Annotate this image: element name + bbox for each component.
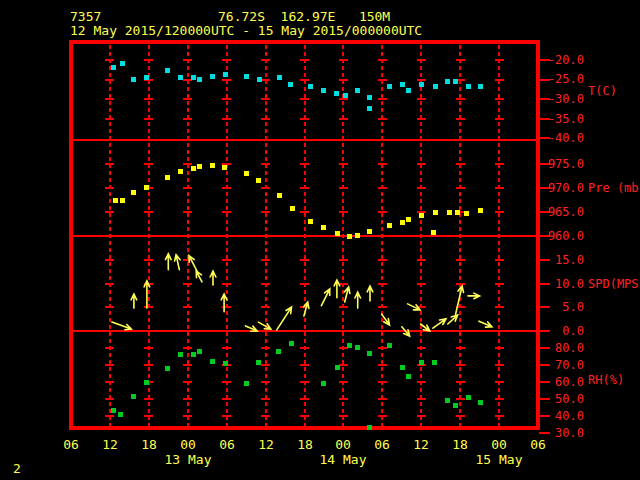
y-tick-label: 975.0 [539, 158, 584, 170]
y-tick-label: 50.0 [539, 393, 584, 405]
station-location: 76.72S 162.97E 150M [218, 10, 390, 23]
wind-arrows [112, 254, 492, 336]
y-tick-label: 70.0 [539, 359, 584, 371]
panel-label: RH(%) [588, 374, 624, 386]
y-tick-label: 0.0 [539, 325, 584, 337]
x-tick-label: 12 [244, 438, 288, 451]
x-tick-label: 00 [477, 438, 521, 451]
y-tick-label: 10.0 [539, 278, 584, 290]
station-id: 7357 [70, 10, 101, 23]
x-tick-label: 12 [399, 438, 443, 451]
pressure-series [113, 163, 484, 238]
grid-crossbars [105, 60, 550, 433]
y-tick-label: 80.0 [539, 342, 584, 354]
y-tick-label: 965.0 [539, 206, 584, 218]
x-tick-label: 12 [88, 438, 132, 451]
y-tick-label: 970.0 [539, 182, 584, 194]
date-label: 13 May [158, 453, 218, 466]
meteogram-screen: 7357 76.72S 162.97E 150M 12 May 2015/120… [0, 0, 640, 480]
x-tick-label: 06 [205, 438, 249, 451]
panel-dividers [71, 140, 538, 331]
y-tick-label: -35.0 [539, 113, 584, 125]
time-period: 12 May 2015/120000UTC - 15 May 2015/0000… [70, 24, 422, 37]
x-tick-label: 00 [321, 438, 365, 451]
y-tick-label: 960.0 [539, 230, 584, 242]
y-tick-label: 60.0 [539, 376, 584, 388]
y-tick-label: 5.0 [539, 301, 584, 313]
y-tick-label: 15.0 [539, 254, 584, 266]
x-tick-label: 06 [360, 438, 404, 451]
y-tick-label: -30.0 [539, 93, 584, 105]
panel-label: T(C) [588, 85, 617, 97]
x-tick-label: 18 [438, 438, 482, 451]
temperature-series [111, 61, 483, 110]
x-tick-label: 06 [516, 438, 560, 451]
panel-label: Pre (mb) [588, 182, 640, 194]
date-label: 15 May [469, 453, 529, 466]
page-number: 2 [13, 462, 21, 475]
x-tick-label: 18 [127, 438, 171, 451]
humidity-series [111, 341, 483, 429]
date-label: 14 May [313, 453, 373, 466]
panel-label: SPD(MPS) [588, 278, 640, 290]
x-tick-label: 00 [166, 438, 210, 451]
y-tick-label: -40.0 [539, 132, 584, 144]
y-tick-label: 40.0 [539, 410, 584, 422]
x-tick-label: 06 [49, 438, 93, 451]
y-tick-label: -25.0 [539, 73, 584, 85]
y-tick-label: -20.0 [539, 54, 584, 66]
